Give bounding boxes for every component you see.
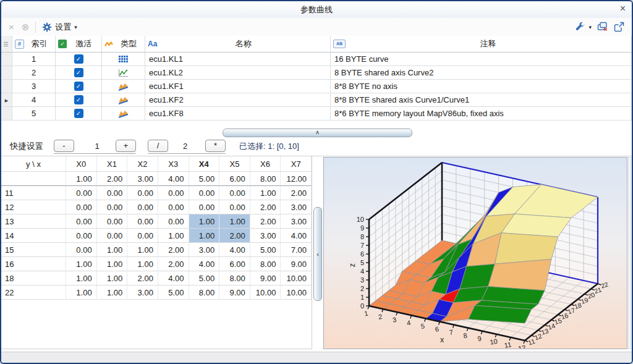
value-cell[interactable]: 0.00 bbox=[66, 200, 97, 214]
col-header-cell[interactable]: X2 bbox=[127, 156, 158, 172]
axis-value-cell[interactable]: 5.00 bbox=[189, 172, 220, 186]
index-cell[interactable]: 2 bbox=[12, 66, 56, 80]
axis-value-cell[interactable]: 1.00 bbox=[66, 172, 97, 186]
col-header-active[interactable]: ✓激活 bbox=[56, 36, 102, 52]
row-header-cell[interactable]: 11 bbox=[1, 186, 66, 200]
increment-button[interactable]: + bbox=[116, 140, 136, 152]
row-header-cell[interactable]: 14 bbox=[1, 229, 66, 243]
col-header-cell[interactable]: X1 bbox=[97, 156, 128, 172]
value-cell[interactable]: 1.00 bbox=[127, 243, 158, 257]
value-cell[interactable]: 9.00 bbox=[219, 286, 250, 300]
value-cell[interactable]: 3.00 bbox=[281, 200, 312, 214]
param-row[interactable]: 2 ✓ ecu1.KL2 8 BYTE shared axis Curve2 bbox=[1, 66, 632, 80]
active-cell[interactable]: ✓ bbox=[56, 80, 102, 93]
type-cell[interactable] bbox=[102, 66, 145, 80]
settings-button[interactable]: 设置 ▾ bbox=[42, 22, 77, 33]
value-cell[interactable]: 0.00 bbox=[66, 214, 97, 229]
active-checkbox[interactable]: ✓ bbox=[74, 82, 83, 91]
row-gutter-cell[interactable] bbox=[1, 66, 12, 80]
value-cell[interactable]: 1.00 bbox=[158, 229, 189, 243]
value-cell[interactable]: 1.00 bbox=[97, 257, 128, 271]
value-cell[interactable]: 0.00 bbox=[189, 186, 220, 200]
value-cell[interactable]: 8.00 bbox=[189, 286, 220, 300]
row-gutter-cell[interactable]: ▸ bbox=[1, 93, 12, 107]
value-cell[interactable]: 8.00 bbox=[250, 257, 281, 271]
active-cell[interactable]: ✓ bbox=[56, 107, 102, 121]
value-cell[interactable]: 6.00 bbox=[219, 257, 250, 271]
col-header-type[interactable]: 类型 bbox=[102, 36, 145, 52]
active-checkbox[interactable]: ✓ bbox=[74, 68, 83, 77]
type-cell[interactable] bbox=[102, 107, 145, 121]
value-cell[interactable]: 1.00 bbox=[127, 257, 158, 271]
value-cell[interactable]: 5.00 bbox=[158, 286, 189, 300]
decrement-button[interactable]: - bbox=[54, 140, 74, 152]
value-cell[interactable]: 1.00 bbox=[219, 214, 250, 229]
col-header-cell[interactable]: X6 bbox=[250, 156, 281, 172]
value-cell[interactable]: 10.00 bbox=[250, 286, 281, 300]
name-cell[interactable]: ecu1.KF2 bbox=[145, 93, 331, 107]
open-external-icon[interactable] bbox=[614, 22, 624, 32]
value-cell[interactable]: 3.00 bbox=[127, 286, 158, 300]
multiply-button[interactable]: * bbox=[205, 140, 226, 152]
value-cell[interactable]: 3.00 bbox=[189, 243, 220, 257]
value-cell[interactable]: 1.00 bbox=[97, 243, 128, 257]
value-cell[interactable]: 0.00 bbox=[66, 229, 97, 243]
row-header-cell[interactable]: 15 bbox=[1, 243, 66, 257]
value-cell[interactable]: 0.00 bbox=[127, 200, 158, 214]
value-cell[interactable]: 9.00 bbox=[281, 257, 312, 271]
active-checkbox[interactable]: ✓ bbox=[74, 54, 83, 64]
clear-icon[interactable]: × bbox=[9, 22, 14, 32]
type-cell[interactable] bbox=[102, 80, 145, 93]
col-header-index[interactable]: #索引 bbox=[12, 36, 56, 52]
axis-value-cell[interactable]: 6.00 bbox=[219, 172, 250, 186]
active-checkbox[interactable]: ✓ bbox=[74, 109, 83, 118]
value-cell[interactable]: 4.00 bbox=[219, 243, 250, 257]
value-cell[interactable]: 0.00 bbox=[219, 186, 250, 200]
splitter-collapse-up-handle[interactable]: ∧ bbox=[223, 129, 412, 137]
name-cell[interactable]: ecu1.KF1 bbox=[145, 80, 331, 93]
value-cell[interactable]: 3.00 bbox=[250, 229, 281, 243]
value-cell[interactable]: 3.00 bbox=[281, 214, 312, 229]
vertical-splitter[interactable]: ‹ bbox=[312, 156, 323, 349]
value-cell[interactable]: 2.00 bbox=[127, 271, 158, 286]
value-cell[interactable]: 1.00 bbox=[189, 229, 220, 243]
active-cell[interactable]: ✓ bbox=[56, 93, 102, 107]
active-cell[interactable]: ✓ bbox=[56, 66, 102, 80]
value-cell[interactable]: 0.00 bbox=[219, 200, 250, 214]
value-cell[interactable]: 2.00 bbox=[250, 200, 281, 214]
value-cell[interactable]: 1.00 bbox=[66, 286, 97, 300]
index-cell[interactable]: 5 bbox=[12, 107, 56, 121]
value-cell[interactable]: 4.00 bbox=[158, 271, 189, 286]
value-cell[interactable]: 0.00 bbox=[158, 214, 189, 229]
name-cell[interactable]: ecu1.KF8 bbox=[145, 107, 331, 121]
col-header-comment[interactable]: AB注释 bbox=[331, 36, 632, 52]
splitter-collapse-left-handle[interactable]: ‹ bbox=[313, 207, 322, 301]
value-cell[interactable]: 2.00 bbox=[281, 186, 312, 200]
value-cell[interactable]: 0.00 bbox=[127, 186, 158, 200]
value-cell[interactable]: 2.00 bbox=[219, 229, 250, 243]
value-cell[interactable]: 0.00 bbox=[97, 186, 128, 200]
row-header-cell[interactable]: 13 bbox=[1, 214, 66, 229]
value-cell[interactable]: 1.00 bbox=[189, 214, 220, 229]
value-cell[interactable]: 7.00 bbox=[281, 243, 312, 257]
col-header-cell[interactable]: X0 bbox=[66, 156, 97, 172]
param-row[interactable]: 1 ✓ ecu1.KL1 16 BYTE curve bbox=[1, 53, 632, 66]
comment-cell[interactable]: 8 BYTE shared axis Curve2 bbox=[331, 66, 632, 80]
value-cell[interactable]: 2.00 bbox=[250, 214, 281, 229]
value-cell[interactable]: 0.00 bbox=[97, 229, 128, 243]
comment-cell[interactable]: 8*8 BYTE shared axis Curve1/Curve1 bbox=[331, 93, 632, 107]
param-row[interactable]: ▸ 4 ✓ ecu1.KF2 8*8 BYTE shared axis Curv… bbox=[1, 93, 632, 107]
value-cell[interactable]: 5.00 bbox=[189, 271, 220, 286]
col-header-cell[interactable]: X5 bbox=[219, 156, 250, 172]
value-cell[interactable]: 0.00 bbox=[127, 229, 158, 243]
row-gutter-cell[interactable] bbox=[1, 107, 12, 121]
value-cell[interactable]: 5.00 bbox=[250, 243, 281, 257]
value-cell[interactable]: 4.00 bbox=[281, 229, 312, 243]
index-cell[interactable]: 3 bbox=[12, 80, 56, 93]
value-cell[interactable]: 1.00 bbox=[250, 186, 281, 200]
value-cell[interactable]: 0.00 bbox=[127, 214, 158, 229]
type-cell[interactable] bbox=[102, 53, 145, 66]
active-checkbox[interactable]: ✓ bbox=[74, 95, 83, 104]
row-header-cell[interactable]: 22 bbox=[1, 286, 66, 300]
value-cell[interactable]: 0.00 bbox=[66, 243, 97, 257]
